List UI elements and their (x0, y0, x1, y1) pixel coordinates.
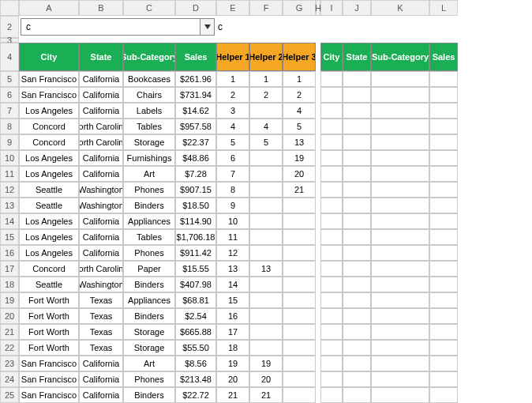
empty-cell-r11-c3[interactable] (429, 166, 458, 182)
data-cell-r12-c6[interactable]: 21 (283, 182, 316, 198)
data-cell-r6-c0[interactable]: San Francisco (19, 87, 79, 103)
row-header-7[interactable]: 7 (0, 103, 19, 119)
row-header-5[interactable]: 5 (0, 71, 19, 87)
empty-cell-r12-c0[interactable] (320, 182, 343, 198)
data-cell-r9-c5[interactable]: 5 (249, 134, 283, 150)
empty-cell-r20-c3[interactable] (429, 308, 458, 324)
data-cell-r7-c0[interactable]: Los Angeles (19, 103, 79, 119)
data-cell-r23-c6[interactable] (283, 356, 316, 371)
empty-cell-r22-c2[interactable] (371, 340, 429, 356)
empty-cell-r12-c3[interactable] (429, 182, 458, 198)
col-header-G[interactable]: G (283, 0, 316, 16)
empty-cell-r9-c1[interactable] (343, 134, 371, 150)
empty-cell-r9-c0[interactable] (320, 134, 343, 150)
data-cell-r21-c1[interactable]: Texas (79, 324, 123, 340)
empty-cell-r18-c2[interactable] (371, 277, 429, 292)
data-cell-r19-c3[interactable]: $68.81 (175, 292, 216, 308)
data-cell-r16-c0[interactable]: Los Angeles (19, 245, 79, 261)
data-cell-r20-c0[interactable]: Fort Worth (19, 308, 79, 324)
data-cell-r11-c4[interactable]: 7 (216, 166, 249, 182)
empty-cell-r23-c3[interactable] (429, 356, 458, 371)
empty-cell-r6-c3[interactable] (429, 87, 458, 103)
data-cell-r14-c3[interactable]: $114.90 (175, 213, 216, 229)
data-cell-r12-c2[interactable]: Phones (123, 182, 175, 198)
data-cell-r24-c6[interactable] (283, 371, 316, 387)
empty-cell-r24-c2[interactable] (371, 371, 429, 387)
data-cell-r19-c2[interactable]: Appliances (123, 292, 175, 308)
header-sub-category[interactable]: Sub-Category (123, 43, 175, 71)
row-header-16[interactable]: 16 (0, 245, 19, 261)
row-header-20[interactable]: 20 (0, 308, 19, 324)
data-cell-r20-c2[interactable]: Binders (123, 308, 175, 324)
empty-cell-r7-c0[interactable] (320, 103, 343, 119)
row-header-18[interactable]: 18 (0, 277, 19, 292)
data-cell-r22-c3[interactable]: $55.50 (175, 340, 216, 356)
empty-cell-r19-c1[interactable] (343, 292, 371, 308)
data-cell-r8-c2[interactable]: Tables (123, 119, 175, 134)
header-right-city[interactable]: City (320, 43, 343, 71)
dropdown-value[interactable]: c (21, 21, 200, 32)
data-cell-r12-c1[interactable]: Washington (79, 182, 123, 198)
data-cell-r8-c3[interactable]: $957.58 (175, 119, 216, 134)
data-cell-r16-c1[interactable]: California (79, 245, 123, 261)
data-cell-r9-c4[interactable]: 5 (216, 134, 249, 150)
data-cell-r23-c4[interactable]: 19 (216, 356, 249, 371)
data-cell-r16-c6[interactable] (283, 245, 316, 261)
empty-cell-r21-c2[interactable] (371, 324, 429, 340)
data-cell-r25-c0[interactable]: San Francisco (19, 387, 79, 403)
empty-cell-r16-c2[interactable] (371, 245, 429, 261)
data-cell-r5-c6[interactable]: 1 (283, 71, 316, 87)
row-header-17[interactable]: 17 (0, 261, 19, 277)
empty-cell-r25-c1[interactable] (343, 387, 371, 403)
data-cell-r24-c2[interactable]: Phones (123, 371, 175, 387)
data-cell-r12-c3[interactable]: $907.15 (175, 182, 216, 198)
data-cell-r7-c5[interactable] (249, 103, 283, 119)
data-cell-r5-c2[interactable]: Bookcases (123, 71, 175, 87)
data-cell-r19-c5[interactable] (249, 292, 283, 308)
data-cell-r15-c3[interactable]: $1,706.18 (175, 229, 216, 245)
header-sales[interactable]: Sales (175, 43, 216, 71)
data-cell-r15-c6[interactable] (283, 229, 316, 245)
data-cell-r25-c3[interactable]: $22.72 (175, 387, 216, 403)
col-header-A[interactable]: A (19, 0, 79, 16)
empty-cell-r12-c1[interactable] (343, 182, 371, 198)
empty-cell-r21-c1[interactable] (343, 324, 371, 340)
data-cell-r16-c4[interactable]: 12 (216, 245, 249, 261)
empty-cell-r23-c1[interactable] (343, 356, 371, 371)
data-cell-r14-c0[interactable]: Los Angeles (19, 213, 79, 229)
empty-cell-r21-c3[interactable] (429, 324, 458, 340)
empty-cell-r15-c1[interactable] (343, 229, 371, 245)
empty-cell-r17-c3[interactable] (429, 261, 458, 277)
data-cell-r25-c4[interactable]: 21 (216, 387, 249, 403)
empty-cell-r18-c0[interactable] (320, 277, 343, 292)
data-cell-r19-c4[interactable]: 15 (216, 292, 249, 308)
data-cell-r15-c2[interactable]: Tables (123, 229, 175, 245)
data-cell-r8-c0[interactable]: Concord (19, 119, 79, 134)
data-cell-r5-c5[interactable]: 1 (249, 71, 283, 87)
data-cell-r23-c5[interactable]: 19 (249, 356, 283, 371)
data-cell-r7-c4[interactable]: 3 (216, 103, 249, 119)
row-header-24[interactable]: 24 (0, 371, 19, 387)
data-cell-r12-c4[interactable]: 8 (216, 182, 249, 198)
filter-dropdown[interactable]: c (21, 18, 215, 36)
header-helper-3[interactable]: Helper 3 (283, 43, 316, 71)
row-header-10[interactable]: 10 (0, 150, 19, 166)
data-cell-r10-c5[interactable] (249, 150, 283, 166)
empty-cell-r25-c2[interactable] (371, 387, 429, 403)
header-city[interactable]: City (19, 43, 79, 71)
data-cell-r25-c1[interactable]: California (79, 387, 123, 403)
empty-cell-r15-c3[interactable] (429, 229, 458, 245)
data-cell-r21-c4[interactable]: 17 (216, 324, 249, 340)
empty-cell-r5-c0[interactable] (320, 71, 343, 87)
empty-cell-r11-c1[interactable] (343, 166, 371, 182)
data-cell-r17-c4[interactable]: 13 (216, 261, 249, 277)
data-cell-r11-c0[interactable]: Los Angeles (19, 166, 79, 182)
data-cell-r20-c4[interactable]: 16 (216, 308, 249, 324)
data-cell-r20-c6[interactable] (283, 308, 316, 324)
empty-cell-r10-c3[interactable] (429, 150, 458, 166)
data-cell-r7-c3[interactable]: $14.62 (175, 103, 216, 119)
data-cell-r20-c5[interactable] (249, 308, 283, 324)
data-cell-r11-c3[interactable]: $7.28 (175, 166, 216, 182)
empty-cell-r5-c1[interactable] (343, 71, 371, 87)
empty-cell-r8-c1[interactable] (343, 119, 371, 134)
